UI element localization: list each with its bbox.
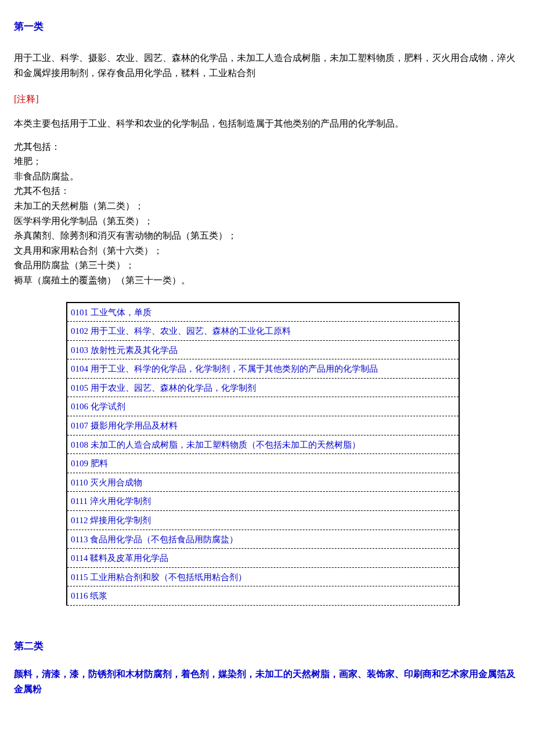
table-cell: 0111 淬火用化学制剂 <box>67 492 459 511</box>
category-link[interactable]: 0110 灭火用合成物 <box>71 478 142 487</box>
annotation-label: [注释] <box>14 92 520 107</box>
table-cell: 0108 未加工的人造合成树脂，未加工塑料物质（不包括未加工的天然树脂） <box>67 435 459 454</box>
table-cell: 0101 工业气体，单质 <box>67 303 459 322</box>
category-link[interactable]: 0106 化学试剂 <box>71 402 125 411</box>
table-cell: 0107 摄影用化学用品及材料 <box>67 416 459 435</box>
table-row: 0102 用于工业、科学、农业、园艺、森林的工业化工原料 <box>67 322 459 341</box>
note-text: 本类主要包括用于工业、科学和农业的化学制品，包括制造属于其他类别的产品用的化学制… <box>14 116 520 131</box>
include-item: 堆肥； <box>14 154 520 169</box>
table-cell: 0116 纸浆 <box>67 586 459 606</box>
category-link[interactable]: 0116 纸浆 <box>71 591 107 600</box>
table-row: 0106 化学试剂 <box>67 397 459 416</box>
category-table-wrap: 0101 工业气体，单质0102 用于工业、科学、农业、园艺、森林的工业化工原料… <box>14 302 520 606</box>
table-cell: 0104 用于工业、科学的化学品，化学制剂，不属于其他类别的产品用的化学制品 <box>67 359 459 379</box>
category-link[interactable]: 0105 用于农业、园艺、森林的化学品，化学制剂 <box>71 383 256 393</box>
table-cell: 0114 鞣料及皮革用化学品 <box>67 549 459 568</box>
section1-description: 用于工业、科学、摄影、农业、园艺、森林的化学品，未加工人造合成树脂，未加工塑料物… <box>14 51 520 80</box>
category-link[interactable]: 0101 工业气体，单质 <box>71 308 151 317</box>
category-link[interactable]: 0108 未加工的人造合成树脂，未加工塑料物质（不包括未加工的天然树脂） <box>71 440 360 449</box>
table-cell: 0112 焊接用化学制剂 <box>67 511 459 530</box>
table-cell: 0103 放射性元素及其化学品 <box>67 340 459 359</box>
section2-title: 第二类 <box>14 638 520 654</box>
section2-description: 颜料，清漆，漆，防锈剂和木材防腐剂，着色剂，媒染剂，未加工的天然树脂，画家、装饰… <box>14 667 520 696</box>
table-cell: 0109 肥料 <box>67 454 459 473</box>
category-link[interactable]: 0111 淬火用化学制剂 <box>71 496 151 506</box>
exclude-item: 褥草（腐殖土的覆盖物）（第三十一类）。 <box>14 273 520 288</box>
table-row: 0113 食品用化学品（不包括食品用防腐盐） <box>67 530 459 549</box>
table-row: 0108 未加工的人造合成树脂，未加工塑料物质（不包括未加工的天然树脂） <box>67 435 459 454</box>
category-link[interactable]: 0104 用于工业、科学的化学品，化学制剂，不属于其他类别的产品用的化学制品 <box>71 364 378 373</box>
table-cell: 0110 灭火用合成物 <box>67 473 459 492</box>
table-row: 0105 用于农业、园艺、森林的化学品，化学制剂 <box>67 378 459 397</box>
table-row: 0104 用于工业、科学的化学品，化学制剂，不属于其他类别的产品用的化学制品 <box>67 359 459 379</box>
category-link[interactable]: 0102 用于工业、科学、农业、园艺、森林的工业化工原料 <box>71 326 291 336</box>
table-row: 0107 摄影用化学用品及材料 <box>67 416 459 435</box>
category-link[interactable]: 0113 食品用化学品（不包括食品用防腐盐） <box>71 535 238 544</box>
category-link[interactable]: 0115 工业用粘合剂和胶（不包括纸用粘合剂） <box>71 573 247 582</box>
category-table: 0101 工业气体，单质0102 用于工业、科学、农业、园艺、森林的工业化工原料… <box>66 302 460 606</box>
exclude-item: 杀真菌剂、除莠剂和消灭有害动物的制品（第五类）； <box>14 228 520 243</box>
category-link[interactable]: 0103 放射性元素及其化学品 <box>71 345 178 355</box>
includes-header: 尤其包括： <box>14 139 520 154</box>
table-cell: 0113 食品用化学品（不包括食品用防腐盐） <box>67 530 459 549</box>
exclude-item: 未加工的天然树脂（第二类）； <box>14 199 520 214</box>
table-cell: 0115 工业用粘合剂和胶（不包括纸用粘合剂） <box>67 567 459 586</box>
table-row: 0110 灭火用合成物 <box>67 473 459 492</box>
table-row: 0101 工业气体，单质 <box>67 303 459 322</box>
table-row: 0115 工业用粘合剂和胶（不包括纸用粘合剂） <box>67 567 459 586</box>
table-cell: 0102 用于工业、科学、农业、园艺、森林的工业化工原料 <box>67 322 459 341</box>
table-row: 0112 焊接用化学制剂 <box>67 511 459 530</box>
table-row: 0114 鞣料及皮革用化学品 <box>67 549 459 568</box>
table-row: 0103 放射性元素及其化学品 <box>67 340 459 359</box>
table-cell: 0105 用于农业、园艺、森林的化学品，化学制剂 <box>67 378 459 397</box>
table-row: 0109 肥料 <box>67 454 459 473</box>
includes-excludes-block: 尤其包括： 堆肥； 非食品防腐盐。 尤其不包括： 未加工的天然树脂（第二类）； … <box>14 139 520 288</box>
exclude-item: 文具用和家用粘合剂（第十六类）； <box>14 243 520 258</box>
table-row: 0111 淬火用化学制剂 <box>67 492 459 511</box>
table-row: 0116 纸浆 <box>67 586 459 606</box>
include-item: 非食品防腐盐。 <box>14 169 520 184</box>
category-link[interactable]: 0109 肥料 <box>71 459 108 468</box>
section1-title: 第一类 <box>14 19 520 34</box>
table-cell: 0106 化学试剂 <box>67 397 459 416</box>
category-link[interactable]: 0107 摄影用化学用品及材料 <box>71 421 178 430</box>
category-link[interactable]: 0114 鞣料及皮革用化学品 <box>71 553 168 563</box>
excludes-header: 尤其不包括： <box>14 183 520 199</box>
exclude-item: 医学科学用化学制品（第五类）； <box>14 214 520 229</box>
exclude-item: 食品用防腐盐（第三十类）； <box>14 258 520 273</box>
category-link[interactable]: 0112 焊接用化学制剂 <box>71 516 151 525</box>
